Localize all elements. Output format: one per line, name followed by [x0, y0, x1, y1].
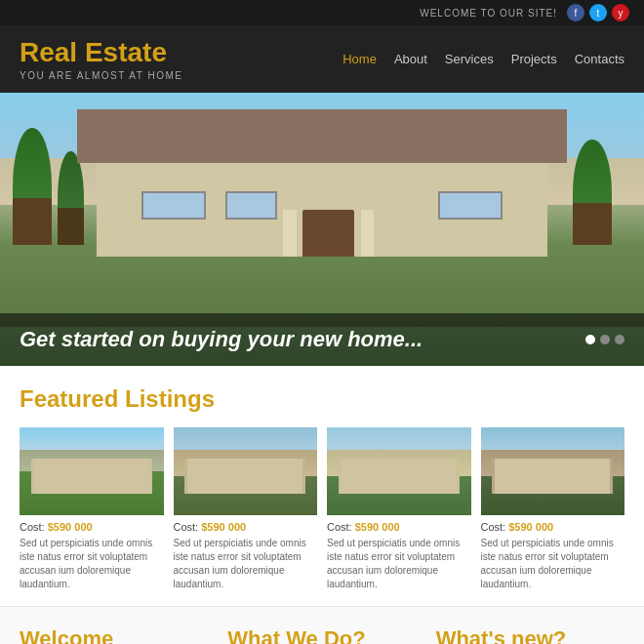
listing-card-1: Cost: $590 000 Sed ut perspiciatis unde … [20, 427, 164, 591]
house-roof [77, 109, 567, 163]
column-right [361, 210, 374, 257]
listing-desc-3: Sed ut perspiciatis unde omnis iste natu… [327, 537, 471, 591]
listing-cost-3: Cost: $590 000 [327, 521, 471, 533]
listing-price-4: $590 000 [508, 521, 553, 533]
listing-cost-1: Cost: $590 000 [20, 521, 164, 533]
listing-image-2 [174, 427, 318, 515]
bottom-col-welcome: Welcome [20, 626, 208, 644]
listing-desc-1: Sed ut perspiciatis unde omnis iste natu… [20, 537, 164, 591]
tree-left [13, 128, 52, 245]
listing-cost-2: Cost: $590 000 [174, 521, 318, 533]
main-nav: Home About Services Projects Contacts [342, 52, 624, 66]
header: Real Estate YOU ARE ALMOST AT HOME Home … [0, 25, 644, 93]
nav-about[interactable]: About [394, 52, 427, 66]
social-icons: f t y [567, 4, 629, 21]
top-bar: WELCOME TO OUR SITE! f t y [0, 0, 644, 25]
listing-desc-4: Sed ut perspiciatis unde omnis iste natu… [481, 537, 625, 591]
house-silhouette-2 [184, 459, 305, 494]
bottom-whatsnew-accent: ? [553, 626, 566, 644]
listing-price-3: $590 000 [355, 521, 400, 533]
window-left [141, 191, 206, 220]
logo-title: Real Estate [20, 37, 182, 68]
logo-real: Real [20, 37, 77, 67]
tree-left2 [58, 151, 83, 245]
listing-card-2: Cost: $590 000 Sed ut perspiciatis unde … [174, 427, 318, 591]
listing-cost-4: Cost: $590 000 [481, 521, 625, 533]
listing-desc-2: Sed ut perspiciatis unde omnis iste natu… [174, 537, 318, 591]
bottom-welcome-text: Welcome [20, 626, 113, 644]
house-silhouette [31, 459, 152, 494]
bottom-section: Welcome What We Do? What's new? [0, 606, 644, 644]
logo-estate: Estate [85, 37, 167, 67]
listings-grid: Cost: $590 000 Sed ut perspiciatis unde … [20, 427, 624, 591]
hero-section: Get started on buying your new home... [0, 93, 644, 366]
bottom-whatwedo-text: What We Do [227, 626, 352, 644]
featured-title: Featured Listings [20, 385, 624, 413]
nav-home[interactable]: Home [342, 52, 377, 66]
welcome-text: WELCOME TO OUR SITE! [420, 8, 557, 19]
twitter-icon[interactable]: t [589, 4, 607, 21]
dot-1[interactable] [585, 335, 595, 344]
house-silhouette-3 [339, 459, 460, 494]
house-door [302, 210, 354, 257]
column-left [283, 210, 296, 257]
nav-contacts[interactable]: Contacts [575, 52, 624, 66]
facebook-icon[interactable]: f [567, 4, 584, 21]
dot-3[interactable] [615, 335, 624, 344]
youtube-icon[interactable]: y [612, 4, 629, 21]
window-right [438, 191, 503, 220]
bottom-whatwedo-accent: ? [352, 626, 365, 644]
bottom-title-whatwedo: What We Do? [227, 626, 416, 644]
featured-plain: Featured [20, 385, 118, 412]
listing-image-3 [327, 427, 471, 515]
logo-subtitle: YOU ARE ALMOST AT HOME [20, 70, 182, 81]
logo-area: Real Estate YOU ARE ALMOST AT HOME [20, 37, 182, 81]
hero-caption: Get started on buying your new home... [0, 313, 644, 366]
nav-services[interactable]: Services [445, 52, 494, 66]
dot-2[interactable] [600, 335, 610, 344]
bottom-col-whatwedo: What We Do? [227, 626, 416, 644]
house-silhouette-4 [492, 459, 613, 494]
window-center [225, 191, 277, 220]
tree-right [573, 140, 612, 245]
listing-card-3: Cost: $590 000 Sed ut perspiciatis unde … [327, 427, 471, 591]
bottom-title-whatsnew: What's new? [436, 626, 624, 644]
bottom-title-welcome: Welcome [20, 626, 208, 644]
hero-photo [0, 93, 644, 327]
listing-image-1 [20, 427, 164, 515]
hero-caption-text: Get started on buying your new home... [20, 327, 423, 352]
featured-section: Featured Listings Cost: $590 000 Sed ut … [0, 366, 644, 606]
bottom-col-whatsnew: What's new? [436, 626, 624, 644]
listing-price-1: $590 000 [48, 521, 93, 533]
listing-price-2: $590 000 [201, 521, 246, 533]
featured-accent: Listings [125, 385, 215, 412]
bottom-whatsnew-text: What's new [436, 626, 553, 644]
nav-projects[interactable]: Projects [511, 52, 557, 66]
listing-card-4: Cost: $590 000 Sed ut perspiciatis unde … [481, 427, 625, 591]
listing-image-4 [481, 427, 625, 515]
slide-dots [585, 335, 624, 344]
